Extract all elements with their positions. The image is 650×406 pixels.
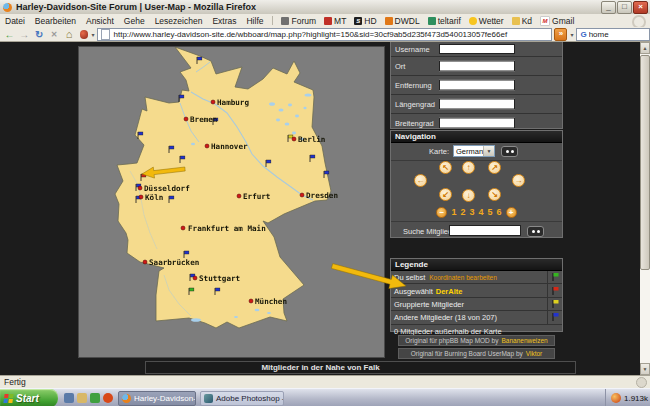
bookmark-hd[interactable]: S HD (350, 16, 380, 26)
bookmark-teltarif[interactable]: teltarif (424, 16, 465, 26)
quicklaunch-opera-icon[interactable] (103, 393, 113, 403)
bookmarks-separator (272, 16, 273, 25)
reload-icon[interactable]: ↻ (33, 28, 46, 41)
suche-go-button[interactable] (527, 226, 544, 237)
selected-member-name[interactable]: DerAlte (436, 286, 463, 295)
tray-traffic-icon[interactable] (611, 393, 621, 403)
laengengrad-label: Längengrad (395, 100, 435, 109)
city-label: Berlin (298, 135, 325, 144)
karte-select[interactable]: Germany ▼ (453, 145, 495, 157)
search-bar[interactable]: G (576, 28, 650, 41)
pan-down-button[interactable]: ↓ (462, 189, 475, 202)
stop-icon[interactable]: ✕ (48, 28, 61, 41)
search-input[interactable] (589, 30, 629, 39)
menu-lesezeichen[interactable]: Lesezeichen (150, 16, 208, 26)
pan-down-left-button[interactable]: ↙ (439, 188, 452, 201)
karte-go-button[interactable] (501, 146, 518, 157)
quicklaunch-green-icon[interactable] (90, 393, 100, 403)
extension-icon[interactable] (80, 30, 89, 39)
status-text: Fertig (0, 377, 26, 387)
legende-row-grouped: Gruppierte Mitglieder (391, 298, 562, 311)
city-label: Dresden (306, 191, 338, 200)
entfernung-input[interactable] (439, 80, 515, 91)
germany-map[interactable]: Hamburg Bremen Hannover Berlin Düsseldor… (78, 46, 385, 358)
city-label: Stuttgart (199, 274, 240, 283)
start-button[interactable]: Start (0, 389, 58, 406)
grouped-flag-icon (552, 299, 559, 309)
scroll-up-icon[interactable]: ▲ (640, 42, 650, 54)
zoom-level-4[interactable]: 4 (479, 207, 484, 217)
restore-button[interactable]: □ (617, 1, 632, 14)
zoom-level-1[interactable]: 1 (451, 207, 456, 217)
tray-traffic-text: 1.913k (624, 394, 648, 403)
forward-icon[interactable]: → (18, 28, 31, 41)
bookmark-dwdl[interactable]: DWDL (381, 16, 424, 26)
bookmark-gmail[interactable]: M Gmail (536, 16, 578, 26)
page-favicon (101, 29, 110, 40)
menu-hilfe[interactable]: Hilfe (241, 16, 268, 26)
pan-up-left-button[interactable]: ↖ (439, 161, 452, 174)
teltarif-icon (428, 17, 436, 25)
url-input[interactable] (113, 30, 548, 39)
task-button-photoshop[interactable]: Adobe Photoshop - [... (200, 391, 284, 406)
zoom-level-5[interactable]: 5 (488, 207, 493, 217)
menu-bearbeiten[interactable]: Bearbeiten (30, 16, 81, 26)
zoom-out-button[interactable]: − (436, 207, 447, 218)
gmail-icon: M (540, 16, 550, 26)
ort-label: Ort (395, 62, 405, 71)
go-button[interactable]: » (554, 28, 567, 41)
minimize-button[interactable]: _ (601, 1, 616, 14)
bananenweizen-link[interactable]: Bananenweizen (501, 337, 547, 344)
zoom-level-2[interactable]: 2 (460, 207, 465, 217)
others-flag-icon (552, 312, 559, 322)
bookmark-forum[interactable]: Forum (277, 16, 320, 26)
scrollbar-thumb[interactable] (640, 55, 650, 270)
breitengrad-input[interactable] (439, 118, 515, 129)
suche-mitglied-input[interactable] (449, 225, 521, 236)
quicklaunch-desktop-icon[interactable] (64, 393, 74, 403)
quicklaunch-folder-icon[interactable] (77, 393, 87, 403)
menu-extras[interactable]: Extras (207, 16, 241, 26)
url-bar[interactable] (97, 28, 552, 41)
legende-row-others: Andere Mitglieder (18 von 207) (391, 311, 562, 324)
bookmark-wetter[interactable]: Wetter (465, 16, 508, 26)
bookmark-kd[interactable]: Kd (508, 16, 536, 26)
laengengrad-input[interactable] (439, 99, 515, 110)
ort-input[interactable] (439, 61, 515, 72)
legende-header: Legende (391, 259, 562, 271)
go-dropdown-icon[interactable]: ▾ (570, 31, 573, 38)
zoom-in-button[interactable]: + (506, 207, 517, 218)
grouped-label: Gruppierte Mitglieder (394, 299, 464, 308)
username-input[interactable] (439, 44, 515, 54)
task-button-firefox[interactable]: Harley-Davidson-Site ... (118, 391, 196, 406)
menu-bar: Datei Bearbeiten Ansicht Gehe Lesezeiche… (0, 14, 650, 28)
koordinaten-bearbeiten-link[interactable]: Koordinaten bearbeiten (429, 274, 497, 281)
home-icon[interactable]: ⌂ (63, 28, 76, 41)
pan-left-button[interactable]: ← (414, 174, 427, 187)
pan-right-button[interactable]: → (512, 174, 525, 187)
viktor-link[interactable]: Viktor (526, 350, 543, 357)
window-title: Harley-Davidson-Site Forum | User-Map - … (16, 2, 256, 12)
zoom-level-6[interactable]: 6 (497, 207, 502, 217)
menu-gehe[interactable]: Gehe (119, 16, 150, 26)
nearby-members-title: Mitglieder in der Nahe von Falk (261, 363, 379, 372)
pan-up-button[interactable]: ↑ (462, 161, 475, 174)
back-icon[interactable]: ← (3, 28, 16, 41)
vertical-scrollbar[interactable]: ▲ ▼ (640, 42, 650, 375)
pan-pad: ↖ ↑ ↗ ← → ↙ ↓ ↘ (391, 161, 562, 203)
pan-up-right-button[interactable]: ↗ (488, 161, 501, 174)
bookmark-mt[interactable]: MT (320, 16, 350, 26)
menu-ansicht[interactable]: Ansicht (81, 16, 119, 26)
close-button[interactable]: × (633, 1, 648, 14)
selected-flag-icon (552, 286, 559, 296)
entfernung-label: Entfernung (395, 81, 432, 90)
pan-down-right-button[interactable]: ↘ (488, 188, 501, 201)
menu-datei[interactable]: Datei (0, 16, 30, 26)
legende-section: Legende Du selbstKoordinaten bearbeiten … (390, 258, 563, 332)
zoom-level-3[interactable]: 3 (469, 207, 474, 217)
scroll-down-icon[interactable]: ▼ (640, 363, 650, 375)
chevron-down-icon[interactable]: ▼ (483, 146, 494, 156)
annotation-arrow-legende (330, 260, 410, 294)
system-tray: 1.913k (605, 389, 648, 406)
extension-dropdown-icon[interactable]: ▾ (91, 31, 94, 38)
